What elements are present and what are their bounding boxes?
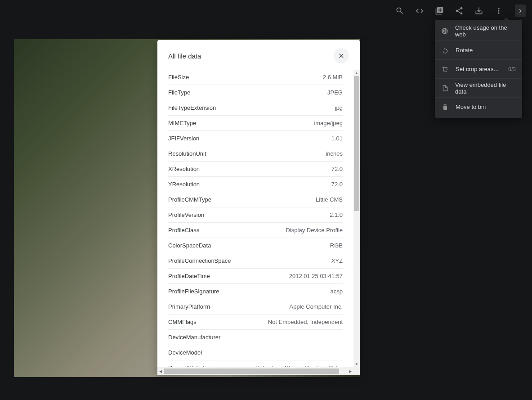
file-data-value: 72.0 xyxy=(331,166,343,172)
file-data-list: FileSize2.6 MiBFileTypeJPEGFileTypeExten… xyxy=(157,70,353,367)
file-data-row: ProfileFileSignatureacsp xyxy=(168,284,343,299)
file-data-row: DeviceAttributesReflective, Glossy, Posi… xyxy=(168,360,343,367)
file-data-value: 2.1.0 xyxy=(330,211,343,218)
menu-item-label: Set crop areas... xyxy=(456,66,498,72)
file-data-value: 2.6 MiB xyxy=(323,74,343,81)
file-data-row: JFIFVersion1.01 xyxy=(168,131,343,146)
file-data-value: XYZ xyxy=(331,257,343,264)
file-data-key: ColorSpaceData xyxy=(168,242,211,249)
file-data-row: ProfileCMMTypeLittle CMS xyxy=(168,192,343,207)
file-data-value: image/jpeg xyxy=(314,120,343,126)
crop-icon xyxy=(441,65,449,73)
file-data-row: ColorSpaceDataRGB xyxy=(168,238,343,253)
rotate-icon xyxy=(441,46,449,54)
share-icon[interactable] xyxy=(454,5,465,16)
file-data-key: ProfileVersion xyxy=(168,211,204,218)
file-data-row: ProfileVersion2.1.0 xyxy=(168,207,343,223)
file-data-key: JFIFVersion xyxy=(168,135,199,142)
file-data-value: jpg xyxy=(335,104,343,111)
file-data-key: ProfileConnectionSpace xyxy=(168,257,231,264)
menu-item-label: Rotate xyxy=(456,47,473,54)
file-data-value: RGB xyxy=(330,242,343,249)
file-data-key: DeviceModel xyxy=(168,349,202,356)
file-data-key: FileSize xyxy=(168,74,189,81)
file-data-row: DeviceManufacturer xyxy=(168,330,343,345)
file-data-row: CMMFlagsNot Embedded, Independent xyxy=(168,315,343,330)
file-data-key: XResolution xyxy=(168,166,200,172)
menu-item-crop[interactable]: Set crop areas...0/3 xyxy=(435,59,522,78)
file-data-value: Display Device Profile xyxy=(286,227,343,234)
code-icon[interactable] xyxy=(414,5,425,16)
file-data-row: FileTypeJPEG xyxy=(168,85,343,100)
file-data-value: Little CMS xyxy=(316,196,343,203)
download-icon[interactable] xyxy=(474,5,484,16)
file-data-key: FileTypeExtension xyxy=(168,104,216,111)
file-data-row: ProfileConnectionSpaceXYZ xyxy=(168,253,343,269)
file-data-value: Apple Computer Inc. xyxy=(289,303,343,310)
scrollbar-thumb[interactable] xyxy=(354,76,359,211)
trash-icon xyxy=(441,103,449,111)
file-data-value: Not Embedded, Independent xyxy=(268,319,343,325)
file-data-value: 72.0 xyxy=(331,181,343,188)
add-to-collection-icon[interactable] xyxy=(434,5,445,16)
menu-item-file[interactable]: View embedded file data xyxy=(435,78,522,97)
context-menu: Check usage on the webRotateSet crop are… xyxy=(435,20,522,118)
close-button[interactable] xyxy=(334,48,349,63)
more-icon[interactable] xyxy=(493,5,504,16)
file-data-key: DeviceManufacturer xyxy=(168,334,220,341)
file-data-key: ProfileCMMType xyxy=(168,196,211,203)
file-data-row: ProfileClassDisplay Device Profile xyxy=(168,223,343,238)
file-data-key: ProfileClass xyxy=(168,227,199,234)
file-data-key: ProfileFileSignature xyxy=(168,288,219,295)
file-data-value: inches xyxy=(326,150,343,157)
vertical-scrollbar[interactable]: ▲ ▼ xyxy=(353,70,360,367)
file-data-key: YResolution xyxy=(168,181,200,188)
menu-item-globe[interactable]: Check usage on the web xyxy=(435,22,522,40)
horizontal-scrollbar[interactable]: ◀ ▶ xyxy=(157,367,353,375)
file-data-key: MIMEType xyxy=(168,120,196,126)
file-data-key: FileType xyxy=(168,89,190,96)
file-data-key: CMMFlags xyxy=(168,319,197,325)
file-data-key: ResolutionUnit xyxy=(168,150,206,157)
search-icon[interactable] xyxy=(394,5,405,16)
file-data-row: DeviceModel xyxy=(168,345,343,360)
menu-item-trash[interactable]: Move to bin xyxy=(435,97,522,116)
file-data-row: PrimaryPlatformApple Computer Inc. xyxy=(168,299,343,315)
file-data-value: 1.01 xyxy=(331,135,343,142)
file-data-key: PrimaryPlatform xyxy=(168,303,210,310)
menu-item-rotate[interactable]: Rotate xyxy=(435,40,522,59)
top-toolbar xyxy=(394,0,532,22)
file-data-modal: All file data FileSize2.6 MiBFileTypeJPE… xyxy=(157,40,360,375)
file-data-row: MIMETypeimage/jpeg xyxy=(168,116,343,131)
file-icon xyxy=(441,84,449,92)
file-data-value: acsp xyxy=(331,288,343,295)
scrollbar-thumb[interactable] xyxy=(164,369,339,374)
file-data-row: XResolution72.0 xyxy=(168,162,343,177)
menu-item-label: Move to bin xyxy=(456,103,486,110)
file-data-row: FileTypeExtensionjpg xyxy=(168,100,343,116)
file-data-row: YResolution72.0 xyxy=(168,177,343,192)
file-data-value: JPEG xyxy=(327,89,343,96)
menu-item-label: Check usage on the web xyxy=(455,24,516,38)
chevron-right-icon[interactable] xyxy=(515,4,526,17)
file-data-row: ProfileDateTime2012:01:25 03:41:57 xyxy=(168,269,343,284)
menu-item-trailing: 0/3 xyxy=(508,66,516,72)
file-data-key: ProfileDateTime xyxy=(168,273,210,279)
file-data-value: 2012:01:25 03:41:57 xyxy=(289,273,343,279)
globe-icon xyxy=(441,27,449,35)
file-data-row: FileSize2.6 MiB xyxy=(168,70,343,85)
modal-title: All file data xyxy=(168,52,201,60)
menu-item-label: View embedded file data xyxy=(455,81,516,95)
file-data-row: ResolutionUnitinches xyxy=(168,146,343,162)
